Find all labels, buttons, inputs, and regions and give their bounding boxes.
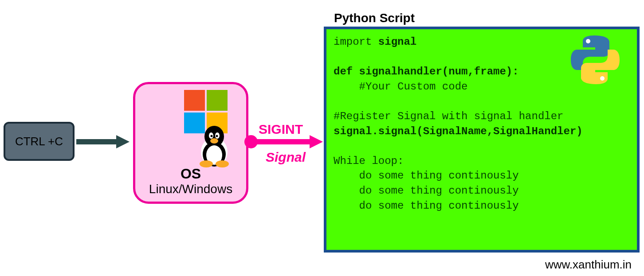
os-title: OS (135, 166, 246, 182)
code-line-4: #Your Custom code (334, 81, 467, 93)
signal-label: Signal (266, 150, 306, 165)
footer-url: www.xanthium.in (545, 258, 632, 272)
signal-name: SIGINT (259, 122, 303, 137)
ctrl-c-box: CTRL +C (4, 122, 75, 161)
svg-point-6 (211, 135, 213, 137)
arrow-to-os (76, 135, 130, 148)
python-logo-icon (569, 33, 622, 86)
code-line-12: do some thing continously (334, 200, 519, 212)
signal-line (254, 139, 312, 144)
code-line-6: #Register Signal with signal handler (334, 110, 563, 122)
signal-arrow-head-icon (310, 135, 323, 148)
svg-point-12 (600, 76, 605, 81)
code-line-1a: import (334, 36, 378, 48)
os-text: OS Linux/Windows (135, 166, 246, 196)
code-line-3: def signalhandler(num,frame): (334, 66, 519, 78)
arrow-line (76, 139, 118, 144)
ctrl-c-label: CTRL +C (15, 135, 63, 148)
svg-point-11 (586, 39, 590, 43)
svg-point-10 (216, 160, 229, 167)
script-title: Python Script (334, 11, 415, 25)
svg-point-9 (200, 160, 213, 167)
os-subtitle: Linux/Windows (135, 182, 246, 196)
code-line-11: do some thing continously (334, 185, 519, 197)
svg-point-7 (216, 135, 218, 137)
svg-point-8 (210, 138, 218, 144)
arrow-head-icon (116, 135, 130, 148)
code-line-9: While loop: (334, 155, 404, 167)
code-line-7: signal.signal(SignalName,SignalHandler) (334, 125, 583, 137)
code-line-1b: signal (378, 36, 416, 48)
arrow-signal (250, 137, 323, 146)
linux-tux-icon (194, 123, 234, 167)
code-line-10: do some thing continously (334, 170, 519, 182)
